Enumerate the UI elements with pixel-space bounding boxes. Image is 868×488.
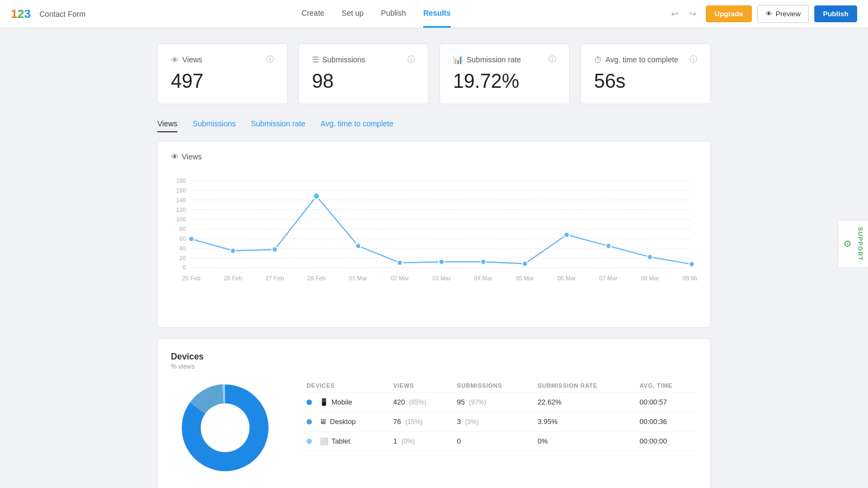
undo-redo-group: ↩ ↪ <box>667 5 700 22</box>
publish-button[interactable]: Publish <box>814 5 857 22</box>
logo-2: 2 <box>17 7 24 21</box>
mobile-icon: 📱 <box>320 398 328 406</box>
svg-text:06 Mar: 06 Mar <box>558 275 576 281</box>
time-icon: ⏱ <box>594 55 602 65</box>
chart-point-0 <box>189 236 194 242</box>
desktop-rate: 3.95% <box>532 412 634 432</box>
mobile-avgtime: 00:00:57 <box>634 393 697 412</box>
svg-text:01 Mar: 01 Mar <box>349 275 367 281</box>
chart-eye-icon: 👁 <box>171 152 178 161</box>
support-button[interactable]: SUPPORT ⊙ <box>838 220 868 268</box>
svg-text:26 Feb: 26 Feb <box>224 275 242 281</box>
submissions-info-icon[interactable]: ⓘ <box>407 55 415 65</box>
chart-title: 👁 Views <box>171 152 697 161</box>
svg-text:09 Mar: 09 Mar <box>682 275 697 281</box>
nav-setup[interactable]: Set up <box>342 0 363 28</box>
mobile-rate: 22.62% <box>532 393 634 412</box>
svg-text:03 Mar: 03 Mar <box>432 275 451 281</box>
stat-header-rate: 📊 Submission rate ⓘ <box>453 55 556 65</box>
chart-container: 180 160 140 120 100 80 60 40 20 0 <box>171 170 697 316</box>
nav-actions: ↩ ↪ Upgrade 👁 Preview Publish <box>667 5 857 23</box>
redo-button[interactable]: ↪ <box>685 5 700 22</box>
chart-tab-rate[interactable]: Submission rate <box>251 119 305 132</box>
col-submissions: SUBMISSIONS <box>451 379 532 393</box>
logo-3: 3 <box>24 7 31 21</box>
stat-label-submissions: ☰ Submissions <box>312 55 365 65</box>
devices-subtitle: % views <box>171 363 697 370</box>
nav-publish[interactable]: Publish <box>381 0 406 28</box>
chart-tab-submissions[interactable]: Submissions <box>193 119 235 132</box>
devices-table-header: DEVICES VIEWS SUBMISSIONS SUBMISSION RAT… <box>301 379 697 393</box>
avgtime-info-icon[interactable]: ⓘ <box>690 55 697 65</box>
chart-point-2 <box>272 247 277 252</box>
desktop-views-pct: (15%) <box>405 418 423 426</box>
svg-text:07 Mar: 07 Mar <box>599 275 617 281</box>
stat-value-submissions: 98 <box>312 70 415 93</box>
nav-create[interactable]: Create <box>302 0 324 28</box>
devices-content: DEVICES VIEWS SUBMISSIONS SUBMISSION RAT… <box>171 379 697 477</box>
desktop-sub-pct: (3%) <box>465 418 478 426</box>
svg-text:80: 80 <box>180 226 186 232</box>
chart-point-1 <box>231 248 236 253</box>
svg-text:02 Mar: 02 Mar <box>391 275 409 281</box>
chart-point-11 <box>647 254 653 260</box>
svg-text:140: 140 <box>176 197 186 203</box>
devices-card: Devices % views <box>157 338 711 488</box>
logo-1: 1 <box>11 7 17 21</box>
table-row: ⬜ Tablet 1 (0%) 0 0% <box>301 432 697 451</box>
upgrade-button[interactable]: Upgrade <box>706 5 752 22</box>
stat-card-rate: 📊 Submission rate ⓘ 19.72% <box>439 43 570 104</box>
tablet-avgtime: 00:00:00 <box>634 432 697 451</box>
eye-icon: 👁 <box>765 10 773 18</box>
desktop-dot <box>307 419 312 425</box>
stat-header-avgtime: ⏱ Avg. time to complete ⓘ <box>594 55 697 65</box>
chart-tab-views[interactable]: Views <box>157 119 177 132</box>
svg-text:0: 0 <box>183 264 186 271</box>
svg-text:60: 60 <box>180 235 186 242</box>
device-desktop-name: 🖥 Desktop <box>301 412 388 432</box>
svg-text:05 Mar: 05 Mar <box>516 275 534 281</box>
stat-value-views: 497 <box>171 70 274 93</box>
main-nav-links: Create Set up Publish Results <box>302 0 451 28</box>
tablet-rate: 0% <box>532 432 634 451</box>
chart-point-7 <box>481 259 486 265</box>
chart-tab-avgtime[interactable]: Avg. time to complete <box>321 119 393 132</box>
support-panel: SUPPORT ⊙ <box>838 220 868 268</box>
mobile-views-pct: (85%) <box>409 399 426 406</box>
stat-value-avgtime: 56s <box>594 70 697 93</box>
stat-value-rate: 19.72% <box>453 70 556 93</box>
tablet-views: 1 (0%) <box>388 432 451 451</box>
desktop-icon: 🖥 <box>320 418 327 426</box>
tablet-dot <box>307 439 312 444</box>
views-chart-card: 👁 Views 180 160 140 120 100 80 60 40 20 … <box>157 141 711 328</box>
stat-card-submissions: ☰ Submissions ⓘ 98 <box>298 43 429 104</box>
svg-text:160: 160 <box>176 187 186 194</box>
preview-button[interactable]: 👁 Preview <box>757 5 809 23</box>
mobile-submissions: 95 (97%) <box>451 393 532 412</box>
devices-table: DEVICES VIEWS SUBMISSIONS SUBMISSION RAT… <box>301 379 697 451</box>
chart-point-4 <box>355 243 361 248</box>
table-row: 📱 Mobile 420 (85%) 95 (97%) <box>301 393 697 412</box>
nav-results[interactable]: Results <box>423 0 451 28</box>
desktop-avgtime: 00:00:36 <box>634 412 697 432</box>
svg-text:25 Feb: 25 Feb <box>182 275 201 281</box>
svg-text:27 Feb: 27 Feb <box>265 275 284 281</box>
rate-info-icon[interactable]: ⓘ <box>548 55 556 65</box>
stat-label-views: 👁 Views <box>171 55 202 65</box>
desktop-submissions: 3 (3%) <box>451 412 532 432</box>
chart-point-3 <box>313 193 320 200</box>
chart-svg: 180 160 140 120 100 80 60 40 20 0 <box>171 170 697 316</box>
pie-chart-container <box>171 379 279 477</box>
stat-card-avgtime: ⏱ Avg. time to complete ⓘ 56s <box>580 43 711 104</box>
chart-point-10 <box>605 243 611 248</box>
svg-text:40: 40 <box>180 245 186 252</box>
pie-center <box>201 403 250 452</box>
support-icon: ⊙ <box>843 240 853 248</box>
devices-title: Devices <box>171 352 697 362</box>
undo-button[interactable]: ↩ <box>667 5 682 22</box>
stat-card-views: 👁 Views ⓘ 497 <box>157 43 288 104</box>
stats-row: 👁 Views ⓘ 497 ☰ Submissions ⓘ 98 📊 S <box>157 43 711 104</box>
chart-point-9 <box>564 232 570 237</box>
views-info-icon[interactable]: ⓘ <box>266 55 274 65</box>
svg-text:04 Mar: 04 Mar <box>474 275 493 281</box>
